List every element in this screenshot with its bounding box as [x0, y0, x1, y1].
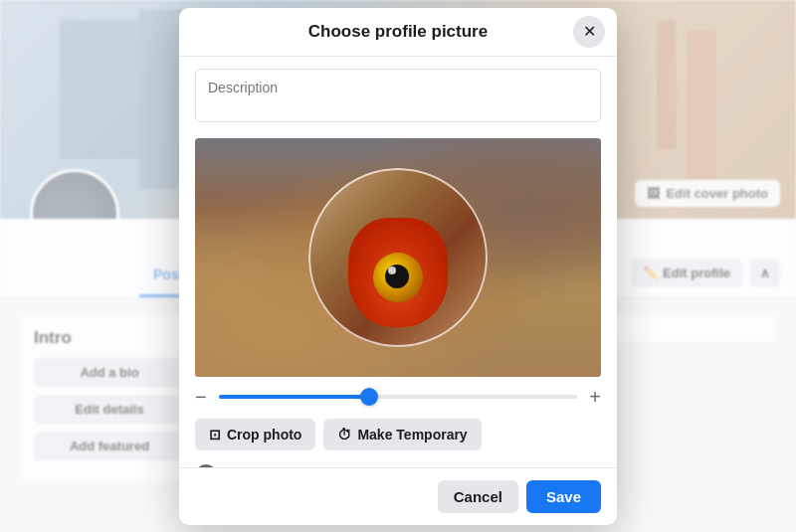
crop-icon: ⊡ — [209, 427, 221, 443]
monster-eye — [373, 253, 423, 302]
choose-profile-picture-modal: Choose profile picture ✕ — [179, 8, 617, 525]
modal-footer: Cancel Save — [179, 467, 617, 525]
zoom-in-icon: + — [589, 387, 601, 407]
monster-body — [348, 218, 448, 327]
save-button[interactable]: Save — [526, 480, 601, 513]
modal-header: Choose profile picture ✕ — [179, 8, 617, 57]
photo-crop-area — [195, 138, 601, 377]
zoom-slider-thumb[interactable] — [360, 388, 378, 406]
slider-area: − + — [195, 377, 601, 413]
make-temporary-button[interactable]: ⏱ Make Temporary — [323, 419, 481, 450]
modal-close-button[interactable]: ✕ — [573, 16, 605, 48]
modal-overlay: Choose profile picture ✕ — [0, 0, 796, 532]
monster-highlight — [388, 266, 396, 274]
privacy-row: 🌐 Your profile picture is public. — [195, 456, 601, 467]
action-buttons-row: ⊡ Crop photo ⏱ Make Temporary — [195, 413, 601, 456]
modal-title: Choose profile picture — [308, 22, 488, 42]
close-icon: ✕ — [583, 22, 596, 41]
clock-icon: ⏱ — [337, 427, 351, 443]
circle-inner — [308, 168, 488, 347]
zoom-slider-track — [219, 395, 578, 399]
cancel-button[interactable]: Cancel — [438, 480, 518, 513]
zoom-out-icon: − — [195, 387, 207, 407]
description-input[interactable] — [195, 69, 601, 122]
zoom-slider-fill — [219, 395, 369, 399]
crop-photo-button[interactable]: ⊡ Crop photo — [195, 419, 315, 450]
modal-body: − + ⊡ Crop photo ⏱ Make Temporary — [179, 57, 617, 467]
circle-crop-preview — [308, 168, 488, 347]
